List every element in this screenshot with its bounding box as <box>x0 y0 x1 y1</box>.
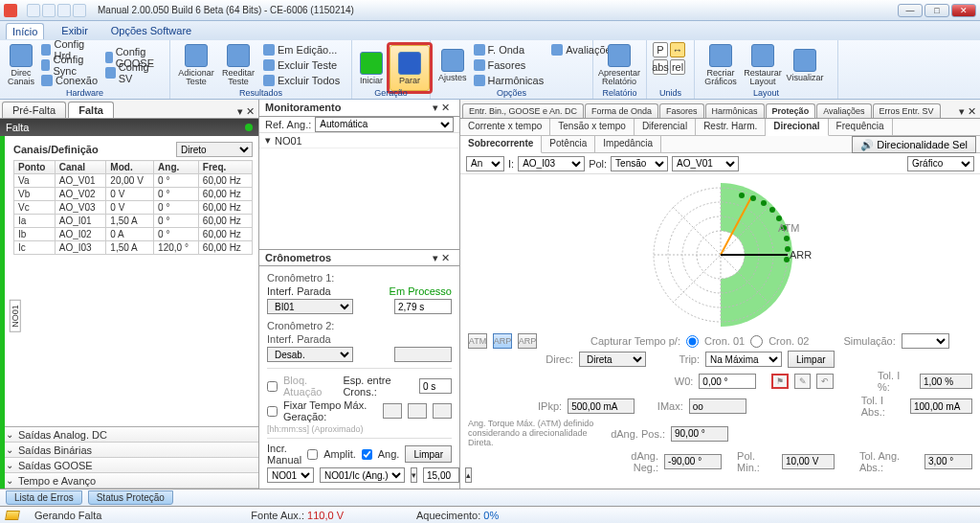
direcionalidade-button[interactable]: 🔊Direcionalidade Sel <box>852 136 976 153</box>
unid-rel2-icon[interactable]: rel <box>670 59 685 75</box>
cron2-radio[interactable] <box>750 335 763 348</box>
conexao-button[interactable]: Conexão <box>38 74 100 88</box>
tab-protecao[interactable]: Proteção <box>766 103 816 118</box>
limpar2-button[interactable]: Limpar <box>788 351 835 368</box>
table-row[interactable]: VcAO_V030 V0 °60,00 Hz <box>14 201 253 215</box>
close-button[interactable]: ✕ <box>951 4 976 17</box>
table-row[interactable]: IbAO_I020 A0 °60,00 Hz <box>14 228 253 241</box>
table-row[interactable]: IcAO_I031,50 A120,0 °60,00 Hz <box>14 241 253 255</box>
dangp-value[interactable] <box>671 426 728 442</box>
menu-exibir[interactable]: Exibir <box>56 23 94 38</box>
dangn-value[interactable] <box>664 454 722 469</box>
table-row[interactable]: VaAO_V0120,00 V0 °60,00 Hz <box>14 174 253 188</box>
close-icon[interactable]: ✕ <box>968 105 976 118</box>
tab-entr[interactable]: Entr. Bin., GOOSE e An. DC <box>462 103 584 118</box>
cron2-time[interactable] <box>394 347 452 362</box>
flag-button[interactable]: ⚑ <box>771 374 789 389</box>
tab-freq[interactable]: Frequência <box>829 119 893 135</box>
pol-select[interactable]: Tensão <box>611 156 668 171</box>
qa-saveas-icon[interactable] <box>57 4 71 17</box>
tab-dif[interactable]: Diferencial <box>635 119 696 135</box>
tab-falta[interactable]: Falta <box>68 102 114 118</box>
config-sv-button[interactable]: Config SV <box>102 66 164 80</box>
w0-value[interactable] <box>699 374 756 389</box>
imax-value[interactable] <box>689 398 746 414</box>
tab-sobrecorrente[interactable]: Sobrecorrente <box>460 136 542 153</box>
parar-button[interactable]: Parar <box>390 45 430 91</box>
pin-icon[interactable]: ▾ <box>433 102 438 114</box>
em-edicao-button[interactable]: Em Edição... <box>260 43 343 57</box>
recriar-graficos-button[interactable]: Recriar Gráficos <box>701 42 741 88</box>
table-row[interactable]: IaAO_I011,50 A0 °60,00 Hz <box>14 215 253 228</box>
pin-icon[interactable]: ▾ <box>237 105 243 118</box>
qa-open-icon[interactable] <box>27 4 40 17</box>
unid-abs-icon[interactable]: abs <box>653 59 668 75</box>
arp2-toggle[interactable]: ARP <box>518 333 537 349</box>
step-down-button[interactable]: ▾ <box>411 467 417 483</box>
fixar-h[interactable] <box>383 403 402 419</box>
tab-impedancia[interactable]: Impedância <box>595 136 661 152</box>
col-canal[interactable]: Canal <box>55 161 106 174</box>
expander-saidas-dc[interactable]: Saídas Analog. DC <box>0 427 258 443</box>
iniciar-button[interactable]: Iniciar <box>358 45 385 91</box>
config-sync-button[interactable]: Config Sync <box>38 58 100 73</box>
bloq-checkbox[interactable] <box>267 381 278 392</box>
pol-ch-select[interactable]: AO_V01 <box>672 156 739 171</box>
tab-fasores[interactable]: Fasores <box>659 103 704 118</box>
cron1-radio[interactable] <box>686 335 699 348</box>
excluir-todos-button[interactable]: Excluir Todos <box>260 74 343 88</box>
tree-node[interactable]: ▾ NO01 <box>259 133 459 148</box>
fixar-s[interactable] <box>433 403 452 419</box>
col-freq[interactable]: Freq. <box>198 161 252 174</box>
toli-value[interactable] <box>920 374 972 389</box>
menu-opcoes[interactable]: Opções Software <box>105 23 197 38</box>
tab-erros[interactable]: Erros Entr. SV <box>873 103 941 118</box>
minimize-button[interactable]: — <box>898 4 923 17</box>
pencil-button[interactable]: ✎ <box>794 374 812 389</box>
close-icon[interactable]: ✕ <box>441 102 450 114</box>
atm-toggle[interactable]: ATM <box>468 333 487 349</box>
tolang-value[interactable] <box>924 454 972 469</box>
esp-value[interactable] <box>419 378 452 394</box>
table-row[interactable]: VbAO_V020 V0 °60,00 Hz <box>14 188 253 201</box>
unid-p-icon[interactable]: P <box>653 42 668 57</box>
tab-harm[interactable]: Harmônicas <box>705 103 765 118</box>
tab-direcional[interactable]: Direcional <box>766 119 828 136</box>
pin-icon[interactable]: ▾ <box>959 105 965 118</box>
tab-prefalta[interactable]: Pré-Falta <box>2 102 66 118</box>
refang-select[interactable]: Automática <box>315 117 454 132</box>
ang-checkbox[interactable] <box>362 449 372 460</box>
qa-down-icon[interactable] <box>73 4 86 17</box>
maximize-button[interactable]: □ <box>924 4 949 17</box>
expander-saidas-bin[interactable]: Saídas Binárias <box>0 443 258 458</box>
ipkp-value[interactable] <box>568 398 635 414</box>
fixar-m[interactable] <box>408 403 427 419</box>
an-select[interactable]: An <box>466 156 504 171</box>
adicionar-teste-button[interactable]: Adicionar Teste <box>176 42 216 88</box>
trip-select[interactable]: Na Máxima <box>705 352 782 367</box>
menu-inicio[interactable]: Início <box>6 23 44 39</box>
reeditar-teste-button[interactable]: Reeditar Teste <box>218 42 258 88</box>
arp-toggle[interactable]: ARP <box>493 333 512 349</box>
expander-tempo[interactable]: Tempo e Avanço <box>0 473 258 489</box>
polmin-value[interactable] <box>782 454 835 469</box>
i-select[interactable]: AO_I03 <box>518 156 585 171</box>
limpar-button[interactable]: Limpar <box>405 445 452 463</box>
tab-rh[interactable]: Restr. Harm. <box>696 119 766 135</box>
col-mod[interactable]: Mod. <box>106 161 154 174</box>
close-icon[interactable]: ✕ <box>441 252 450 264</box>
f-onda-button[interactable]: F. Onda <box>471 43 547 57</box>
col-ang[interactable]: Ang. <box>154 161 199 174</box>
sim-select[interactable] <box>902 333 949 349</box>
tolabs-value[interactable] <box>910 398 972 414</box>
visualizar-button[interactable]: Visualizar <box>785 42 825 88</box>
grafico-select[interactable]: Gráfico <box>907 156 974 171</box>
tab-status-protecao[interactable]: Status Proteção <box>88 490 173 505</box>
harmonicas-button[interactable]: Harmônicas <box>471 74 547 88</box>
restaurar-layout-button[interactable]: Restaurar Layout <box>743 42 783 88</box>
tab-cxt[interactable]: Corrente x tempo <box>460 119 550 135</box>
fasores-button[interactable]: Fasores <box>471 58 547 73</box>
step-value[interactable] <box>423 467 459 483</box>
close-icon[interactable]: ✕ <box>246 105 255 118</box>
fixar-checkbox[interactable] <box>267 406 278 417</box>
